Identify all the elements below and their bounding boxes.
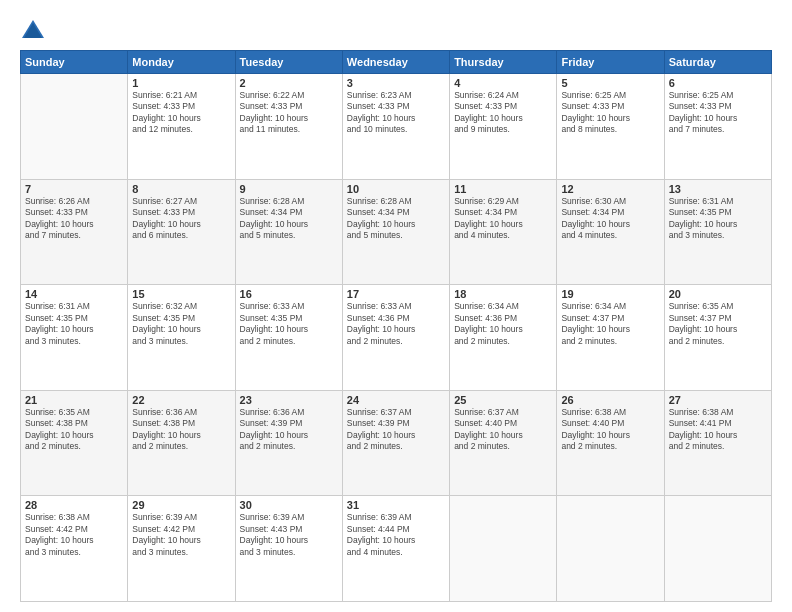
calendar-table: SundayMondayTuesdayWednesdayThursdayFrid… [20, 50, 772, 602]
day-number: 13 [669, 183, 767, 195]
day-info: Sunrise: 6:26 AM Sunset: 4:33 PM Dayligh… [25, 196, 123, 242]
day-info: Sunrise: 6:39 AM Sunset: 4:44 PM Dayligh… [347, 512, 445, 558]
calendar-cell: 17Sunrise: 6:33 AM Sunset: 4:36 PM Dayli… [342, 285, 449, 391]
calendar-cell: 26Sunrise: 6:38 AM Sunset: 4:40 PM Dayli… [557, 390, 664, 496]
day-info: Sunrise: 6:35 AM Sunset: 4:37 PM Dayligh… [669, 301, 767, 347]
calendar-cell: 25Sunrise: 6:37 AM Sunset: 4:40 PM Dayli… [450, 390, 557, 496]
day-number: 18 [454, 288, 552, 300]
day-number: 16 [240, 288, 338, 300]
day-number: 14 [25, 288, 123, 300]
day-info: Sunrise: 6:24 AM Sunset: 4:33 PM Dayligh… [454, 90, 552, 136]
calendar-cell: 22Sunrise: 6:36 AM Sunset: 4:38 PM Dayli… [128, 390, 235, 496]
day-info: Sunrise: 6:27 AM Sunset: 4:33 PM Dayligh… [132, 196, 230, 242]
day-number: 10 [347, 183, 445, 195]
calendar-cell: 18Sunrise: 6:34 AM Sunset: 4:36 PM Dayli… [450, 285, 557, 391]
calendar-header-wednesday: Wednesday [342, 51, 449, 74]
calendar-cell: 13Sunrise: 6:31 AM Sunset: 4:35 PM Dayli… [664, 179, 771, 285]
day-info: Sunrise: 6:38 AM Sunset: 4:40 PM Dayligh… [561, 407, 659, 453]
day-number: 11 [454, 183, 552, 195]
calendar-cell: 5Sunrise: 6:25 AM Sunset: 4:33 PM Daylig… [557, 74, 664, 180]
calendar-header-thursday: Thursday [450, 51, 557, 74]
calendar-cell: 20Sunrise: 6:35 AM Sunset: 4:37 PM Dayli… [664, 285, 771, 391]
calendar-cell: 15Sunrise: 6:32 AM Sunset: 4:35 PM Dayli… [128, 285, 235, 391]
day-number: 8 [132, 183, 230, 195]
day-info: Sunrise: 6:39 AM Sunset: 4:43 PM Dayligh… [240, 512, 338, 558]
day-number: 4 [454, 77, 552, 89]
logo [20, 18, 46, 40]
day-info: Sunrise: 6:31 AM Sunset: 4:35 PM Dayligh… [25, 301, 123, 347]
calendar-cell [664, 496, 771, 602]
calendar-week-row: 21Sunrise: 6:35 AM Sunset: 4:38 PM Dayli… [21, 390, 772, 496]
day-info: Sunrise: 6:25 AM Sunset: 4:33 PM Dayligh… [669, 90, 767, 136]
calendar-cell: 27Sunrise: 6:38 AM Sunset: 4:41 PM Dayli… [664, 390, 771, 496]
calendar-cell: 29Sunrise: 6:39 AM Sunset: 4:42 PM Dayli… [128, 496, 235, 602]
day-number: 28 [25, 499, 123, 511]
calendar-cell: 19Sunrise: 6:34 AM Sunset: 4:37 PM Dayli… [557, 285, 664, 391]
day-info: Sunrise: 6:34 AM Sunset: 4:37 PM Dayligh… [561, 301, 659, 347]
day-number: 24 [347, 394, 445, 406]
day-info: Sunrise: 6:34 AM Sunset: 4:36 PM Dayligh… [454, 301, 552, 347]
day-info: Sunrise: 6:32 AM Sunset: 4:35 PM Dayligh… [132, 301, 230, 347]
calendar-cell: 8Sunrise: 6:27 AM Sunset: 4:33 PM Daylig… [128, 179, 235, 285]
day-info: Sunrise: 6:23 AM Sunset: 4:33 PM Dayligh… [347, 90, 445, 136]
calendar-week-row: 1Sunrise: 6:21 AM Sunset: 4:33 PM Daylig… [21, 74, 772, 180]
day-number: 29 [132, 499, 230, 511]
day-info: Sunrise: 6:39 AM Sunset: 4:42 PM Dayligh… [132, 512, 230, 558]
calendar-cell: 24Sunrise: 6:37 AM Sunset: 4:39 PM Dayli… [342, 390, 449, 496]
day-number: 21 [25, 394, 123, 406]
day-info: Sunrise: 6:36 AM Sunset: 4:38 PM Dayligh… [132, 407, 230, 453]
day-number: 20 [669, 288, 767, 300]
calendar-cell: 4Sunrise: 6:24 AM Sunset: 4:33 PM Daylig… [450, 74, 557, 180]
calendar-cell: 3Sunrise: 6:23 AM Sunset: 4:33 PM Daylig… [342, 74, 449, 180]
calendar-cell: 7Sunrise: 6:26 AM Sunset: 4:33 PM Daylig… [21, 179, 128, 285]
calendar-cell [450, 496, 557, 602]
day-info: Sunrise: 6:38 AM Sunset: 4:41 PM Dayligh… [669, 407, 767, 453]
day-number: 15 [132, 288, 230, 300]
day-number: 23 [240, 394, 338, 406]
day-number: 1 [132, 77, 230, 89]
calendar-week-row: 7Sunrise: 6:26 AM Sunset: 4:33 PM Daylig… [21, 179, 772, 285]
day-number: 22 [132, 394, 230, 406]
calendar-cell: 12Sunrise: 6:30 AM Sunset: 4:34 PM Dayli… [557, 179, 664, 285]
day-number: 26 [561, 394, 659, 406]
day-info: Sunrise: 6:29 AM Sunset: 4:34 PM Dayligh… [454, 196, 552, 242]
day-number: 25 [454, 394, 552, 406]
day-number: 17 [347, 288, 445, 300]
logo-icon [20, 18, 46, 44]
calendar-cell: 28Sunrise: 6:38 AM Sunset: 4:42 PM Dayli… [21, 496, 128, 602]
day-info: Sunrise: 6:33 AM Sunset: 4:36 PM Dayligh… [347, 301, 445, 347]
day-info: Sunrise: 6:30 AM Sunset: 4:34 PM Dayligh… [561, 196, 659, 242]
day-info: Sunrise: 6:28 AM Sunset: 4:34 PM Dayligh… [240, 196, 338, 242]
day-number: 5 [561, 77, 659, 89]
calendar-week-row: 14Sunrise: 6:31 AM Sunset: 4:35 PM Dayli… [21, 285, 772, 391]
calendar-header-friday: Friday [557, 51, 664, 74]
calendar-cell: 10Sunrise: 6:28 AM Sunset: 4:34 PM Dayli… [342, 179, 449, 285]
day-number: 7 [25, 183, 123, 195]
calendar-cell: 21Sunrise: 6:35 AM Sunset: 4:38 PM Dayli… [21, 390, 128, 496]
calendar-header-tuesday: Tuesday [235, 51, 342, 74]
day-info: Sunrise: 6:36 AM Sunset: 4:39 PM Dayligh… [240, 407, 338, 453]
day-info: Sunrise: 6:21 AM Sunset: 4:33 PM Dayligh… [132, 90, 230, 136]
calendar-cell: 1Sunrise: 6:21 AM Sunset: 4:33 PM Daylig… [128, 74, 235, 180]
day-info: Sunrise: 6:25 AM Sunset: 4:33 PM Dayligh… [561, 90, 659, 136]
day-number: 2 [240, 77, 338, 89]
calendar-cell: 31Sunrise: 6:39 AM Sunset: 4:44 PM Dayli… [342, 496, 449, 602]
day-info: Sunrise: 6:37 AM Sunset: 4:40 PM Dayligh… [454, 407, 552, 453]
day-info: Sunrise: 6:33 AM Sunset: 4:35 PM Dayligh… [240, 301, 338, 347]
calendar-header-row: SundayMondayTuesdayWednesdayThursdayFrid… [21, 51, 772, 74]
calendar-cell [557, 496, 664, 602]
day-info: Sunrise: 6:22 AM Sunset: 4:33 PM Dayligh… [240, 90, 338, 136]
calendar-cell [21, 74, 128, 180]
calendar-cell: 23Sunrise: 6:36 AM Sunset: 4:39 PM Dayli… [235, 390, 342, 496]
calendar-cell: 30Sunrise: 6:39 AM Sunset: 4:43 PM Dayli… [235, 496, 342, 602]
day-info: Sunrise: 6:28 AM Sunset: 4:34 PM Dayligh… [347, 196, 445, 242]
calendar-week-row: 28Sunrise: 6:38 AM Sunset: 4:42 PM Dayli… [21, 496, 772, 602]
calendar-cell: 14Sunrise: 6:31 AM Sunset: 4:35 PM Dayli… [21, 285, 128, 391]
day-number: 6 [669, 77, 767, 89]
page: SundayMondayTuesdayWednesdayThursdayFrid… [0, 0, 792, 612]
day-number: 12 [561, 183, 659, 195]
day-info: Sunrise: 6:35 AM Sunset: 4:38 PM Dayligh… [25, 407, 123, 453]
header [20, 18, 772, 40]
calendar-cell: 6Sunrise: 6:25 AM Sunset: 4:33 PM Daylig… [664, 74, 771, 180]
day-number: 30 [240, 499, 338, 511]
